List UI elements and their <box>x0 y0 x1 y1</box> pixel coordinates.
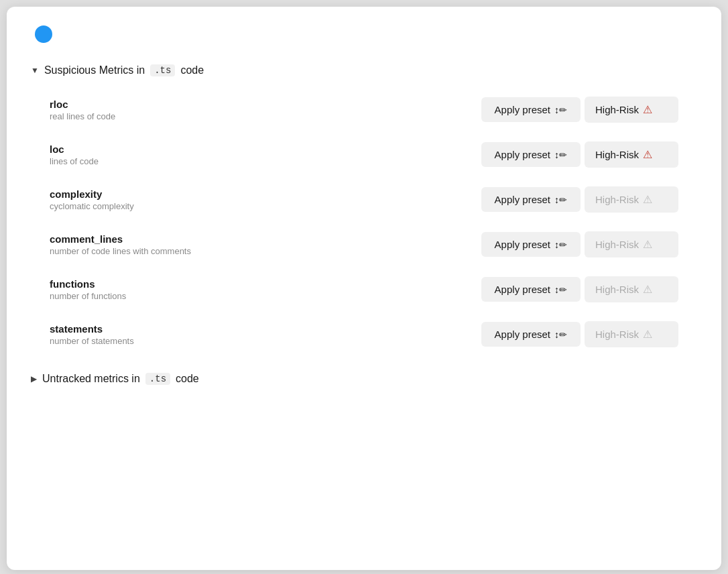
apply-preset-label: Apply preset <box>495 239 550 250</box>
page-header <box>28 25 700 43</box>
sort-edit-icons: ↕✏ <box>554 329 567 340</box>
high-risk-label: High-Risk <box>595 329 639 340</box>
metric-desc-loc: lines of code <box>50 156 481 166</box>
metric-info-statements: statementsnumber of statements <box>50 323 481 346</box>
metric-info-functions: functionsnumber of functions <box>50 278 481 301</box>
section-label-suffix: code <box>176 373 199 385</box>
metric-actions-rloc: Apply preset↕✏High-Risk⚠ <box>481 97 678 123</box>
metric-desc-statements: number of statements <box>50 336 481 346</box>
metric-desc-comment_lines: number of code lines with comments <box>50 246 481 256</box>
section-header-untracked[interactable]: ▶Untracked metrics in .ts code <box>28 367 700 390</box>
metric-row: rlocreal lines of codeApply preset↕✏High… <box>50 87 678 132</box>
warning-triangle-icon: ⚠ <box>643 148 652 161</box>
metric-info-rloc: rlocreal lines of code <box>50 99 481 121</box>
chevron-down-icon: ▼ <box>31 66 39 75</box>
warning-triangle-icon: ⚠ <box>643 238 652 251</box>
high-risk-label: High-Risk <box>595 194 639 205</box>
chevron-right-icon: ▶ <box>31 374 37 384</box>
sections-container: ▼Suspicious Metrics in .ts coderlocreal … <box>28 59 700 390</box>
apply-preset-label: Apply preset <box>495 194 550 205</box>
high-risk-button-rloc[interactable]: High-Risk⚠ <box>585 97 678 123</box>
metric-row: comment_linesnumber of code lines with c… <box>50 222 678 267</box>
metric-actions-functions: Apply preset↕✏High-Risk⚠ <box>481 276 678 302</box>
metric-row: loclines of codeApply preset↕✏High-Risk⚠ <box>50 132 678 177</box>
apply-preset-label: Apply preset <box>495 284 550 295</box>
sort-edit-icons: ↕✏ <box>554 239 567 250</box>
warning-triangle-icon: ⚠ <box>643 283 652 296</box>
metric-name-statements: statements <box>50 323 481 335</box>
metric-actions-comment_lines: Apply preset↕✏High-Risk⚠ <box>481 231 678 257</box>
metric-row: functionsnumber of functionsApply preset… <box>50 267 678 312</box>
section-code-tag: .ts <box>150 64 175 76</box>
sort-edit-icons: ↕✏ <box>554 105 567 115</box>
high-risk-label: High-Risk <box>595 104 639 115</box>
high-risk-label: High-Risk <box>595 149 639 160</box>
high-risk-button-functions[interactable]: High-Risk⚠ <box>585 276 678 302</box>
metric-name-comment_lines: comment_lines <box>50 233 481 245</box>
metric-row: statementsnumber of statementsApply pres… <box>50 312 678 357</box>
apply-preset-label: Apply preset <box>495 149 550 160</box>
metric-info-complexity: complexitycyclomatic complexity <box>50 188 481 211</box>
sort-edit-icons: ↕✏ <box>554 150 567 160</box>
section-untracked: ▶Untracked metrics in .ts code <box>28 367 700 390</box>
apply-preset-button-complexity[interactable]: Apply preset↕✏ <box>481 187 581 212</box>
section-header-suspicious[interactable]: ▼Suspicious Metrics in .ts code <box>28 59 700 82</box>
apply-preset-button-comment_lines[interactable]: Apply preset↕✏ <box>481 232 581 257</box>
section-label-prefix: Untracked metrics in <box>42 373 140 385</box>
help-icon[interactable] <box>35 25 52 43</box>
section-label-prefix: Suspicious Metrics in <box>44 64 145 76</box>
metric-name-functions: functions <box>50 278 481 290</box>
metrics-list-suspicious: rlocreal lines of codeApply preset↕✏High… <box>28 82 700 362</box>
high-risk-label: High-Risk <box>595 239 639 250</box>
sort-edit-icons: ↕✏ <box>554 194 567 205</box>
apply-preset-button-statements[interactable]: Apply preset↕✏ <box>481 322 581 347</box>
section-code-tag: .ts <box>145 373 170 385</box>
warning-triangle-icon: ⚠ <box>643 193 652 206</box>
metric-desc-rloc: real lines of code <box>50 111 481 121</box>
apply-preset-button-functions[interactable]: Apply preset↕✏ <box>481 277 581 302</box>
metric-actions-statements: Apply preset↕✏High-Risk⚠ <box>481 321 678 347</box>
metric-info-comment_lines: comment_linesnumber of code lines with c… <box>50 233 481 256</box>
main-card: ▼Suspicious Metrics in .ts coderlocreal … <box>7 7 721 570</box>
apply-preset-label: Apply preset <box>495 329 550 340</box>
warning-triangle-icon: ⚠ <box>643 103 652 116</box>
metric-row: complexitycyclomatic complexityApply pre… <box>50 177 678 222</box>
metric-desc-complexity: cyclomatic complexity <box>50 201 481 211</box>
high-risk-button-loc[interactable]: High-Risk⚠ <box>585 141 678 168</box>
high-risk-label: High-Risk <box>595 284 639 295</box>
section-label-suffix: code <box>180 64 204 76</box>
metric-actions-loc: Apply preset↕✏High-Risk⚠ <box>481 141 678 168</box>
apply-preset-button-loc[interactable]: Apply preset↕✏ <box>481 142 581 167</box>
metric-name-loc: loc <box>50 144 481 155</box>
high-risk-button-comment_lines[interactable]: High-Risk⚠ <box>585 231 678 257</box>
warning-triangle-icon: ⚠ <box>643 328 652 341</box>
high-risk-button-complexity[interactable]: High-Risk⚠ <box>585 186 678 213</box>
metric-name-complexity: complexity <box>50 188 481 200</box>
metric-name-rloc: rloc <box>50 99 481 110</box>
metric-actions-complexity: Apply preset↕✏High-Risk⚠ <box>481 186 678 213</box>
apply-preset-button-rloc[interactable]: Apply preset↕✏ <box>481 97 581 122</box>
apply-preset-label: Apply preset <box>495 104 550 115</box>
metric-info-loc: loclines of code <box>50 144 481 166</box>
sort-edit-icons: ↕✏ <box>554 284 567 295</box>
metric-desc-functions: number of functions <box>50 291 481 301</box>
high-risk-button-statements[interactable]: High-Risk⚠ <box>585 321 678 347</box>
section-suspicious: ▼Suspicious Metrics in .ts coderlocreal … <box>28 59 700 362</box>
